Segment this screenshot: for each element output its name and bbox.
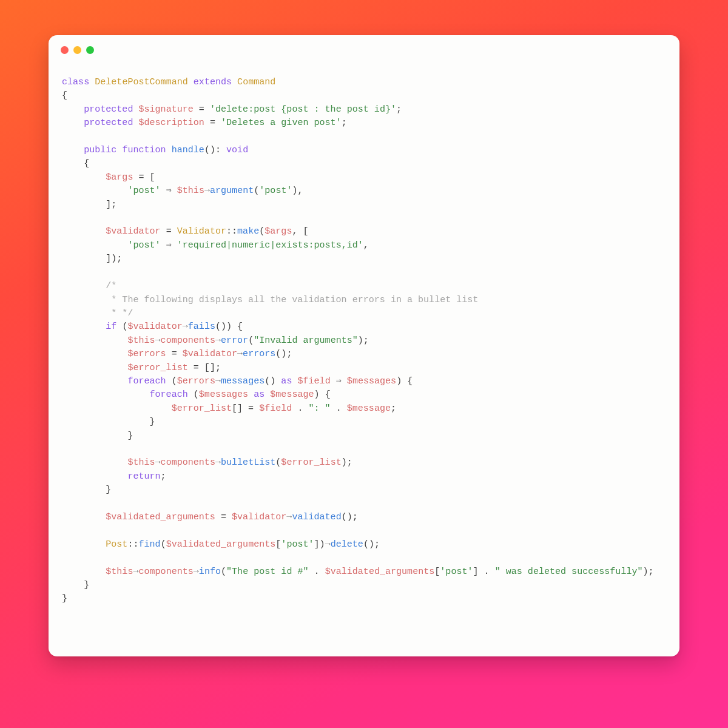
fn-error: error	[221, 335, 248, 346]
kw-extends: extends	[194, 77, 232, 87]
fn-validated: validated	[292, 512, 341, 522]
var-messages: $messages	[347, 376, 396, 386]
var-messages2: $messages	[199, 389, 248, 400]
var-description: $description	[138, 118, 204, 128]
var-this1: $this	[177, 186, 204, 196]
fn-argument: argument	[210, 186, 254, 196]
fn-bulletlist: bulletList	[221, 457, 275, 468]
str-post4: 'post'	[281, 539, 314, 550]
kw-protected2: protected	[84, 118, 133, 128]
var-validator1: $validator	[106, 226, 160, 237]
var-args2: $args	[265, 226, 292, 237]
str-signature: 'delete:post {post : the post id}'	[210, 104, 396, 115]
var-validator2: $validator	[127, 322, 182, 332]
var-this4: $this	[106, 567, 133, 577]
var-this3: $this	[127, 457, 155, 468]
var-errorlist2: $error_list	[172, 403, 232, 414]
str-post5: 'post'	[440, 567, 473, 577]
var-field: $field	[297, 376, 330, 386]
fn-messages: messages	[221, 376, 265, 386]
zoom-icon[interactable]	[86, 46, 94, 54]
base-class: Command	[237, 77, 275, 87]
str-post2: 'post'	[259, 186, 292, 196]
fn-info: info	[199, 567, 221, 577]
arrow4: →	[215, 335, 221, 346]
kw-class: class	[62, 77, 89, 87]
var-message2: $message	[347, 403, 391, 414]
minimize-icon[interactable]	[73, 46, 81, 54]
kw-void: void	[226, 145, 248, 155]
var-validated2: $validated_arguments	[166, 539, 276, 550]
arrow3: →	[155, 335, 161, 346]
fn-make: make	[237, 226, 259, 237]
code-window: class DeletePostCommand extends Command …	[49, 35, 679, 656]
comment-l2: * The following displays all the validat…	[106, 295, 478, 305]
cls-validator: Validator	[177, 226, 226, 237]
var-args: $args	[106, 172, 133, 183]
var-components2: components	[161, 457, 215, 468]
code-block: class DeletePostCommand extends Command …	[49, 54, 679, 619]
var-errorlist3: $error_list	[281, 457, 341, 468]
str-info-pre: "The post id #"	[226, 567, 308, 577]
classname: DeletePostCommand	[95, 77, 188, 87]
kw-public: public	[84, 145, 116, 155]
var-this2: $this	[127, 335, 155, 346]
fn-errors: errors	[243, 349, 275, 359]
var-validated1: $validated_arguments	[106, 512, 215, 522]
var-errorlist1: $error_list	[127, 363, 187, 373]
str-info-suf: " was deleted successfully"	[495, 567, 643, 577]
kw-protected1: protected	[84, 104, 133, 115]
kw-foreach1: foreach	[127, 376, 166, 386]
comment-l3: * */	[106, 308, 133, 318]
var-validator4: $validator	[232, 512, 286, 522]
var-components3: components	[138, 567, 193, 577]
var-message: $message	[270, 389, 314, 400]
var-field2: $field	[259, 403, 292, 414]
close-icon[interactable]	[61, 46, 69, 54]
comment-l1: /*	[106, 281, 116, 291]
darrow3: ⇒	[336, 376, 342, 386]
var-components1: components	[161, 335, 215, 346]
str-invalid: "Invalid arguments"	[254, 335, 358, 346]
var-validator3: $validator	[183, 349, 237, 359]
kw-as1: as	[281, 376, 292, 386]
var-errors2: $errors	[177, 376, 215, 386]
kw-return: return	[127, 471, 160, 482]
window-titlebar	[49, 35, 679, 54]
kw-foreach2: foreach	[150, 389, 188, 400]
fn-delete: delete	[331, 539, 363, 550]
arrow8: →	[215, 457, 221, 468]
kw-if: if	[106, 322, 116, 332]
arrow5: →	[237, 349, 243, 359]
var-validated3: $validated_arguments	[325, 567, 435, 577]
arrow2: →	[183, 322, 188, 332]
fn-handle: handle	[172, 145, 204, 155]
str-colon: ": "	[308, 403, 330, 414]
kw-function: function	[122, 145, 166, 155]
str-rules: 'required|numeric|exists:posts,id'	[177, 240, 363, 251]
fn-fails: fails	[188, 322, 215, 332]
arrow7: →	[155, 457, 161, 468]
var-errors: $errors	[127, 349, 166, 359]
fn-find: find	[138, 539, 160, 550]
str-description: 'Deletes a given post'	[221, 118, 342, 128]
darrow1: ⇒	[166, 186, 172, 196]
darrow2: ⇒	[166, 240, 172, 251]
arrow6: →	[215, 376, 221, 386]
str-post3: 'post'	[127, 240, 160, 251]
arrow12: →	[194, 567, 199, 577]
arrow10: →	[325, 539, 331, 550]
str-post1: 'post'	[127, 186, 160, 196]
cls-post: Post	[106, 539, 127, 550]
var-signature: $signature	[138, 104, 193, 115]
kw-as2: as	[254, 389, 265, 400]
arrow1: →	[204, 186, 210, 196]
